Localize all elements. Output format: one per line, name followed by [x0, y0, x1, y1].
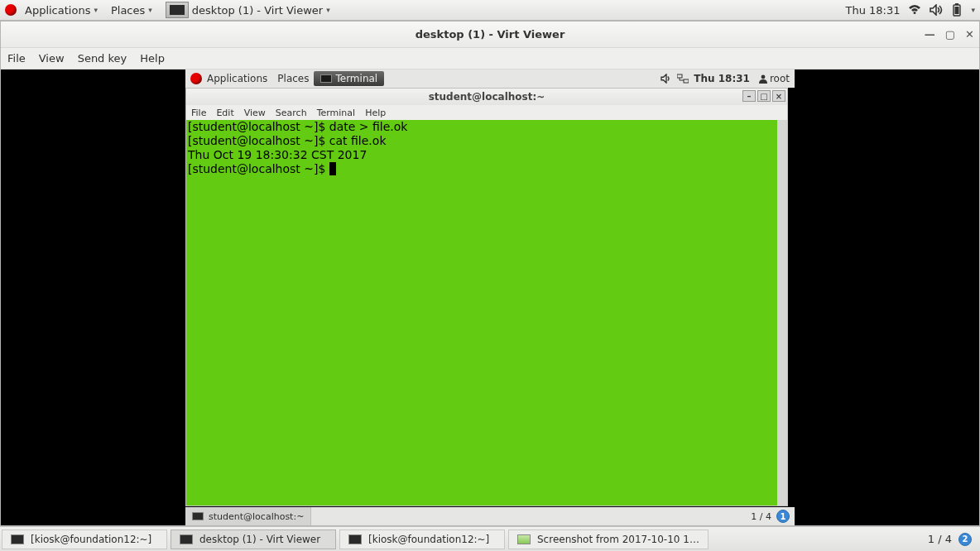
- terminal-menubar: File Edit View Search Terminal Help: [186, 105, 787, 120]
- term-menu-file[interactable]: File: [191, 108, 206, 118]
- taskbar-item[interactable]: Screenshot from 2017-10-10 1…: [508, 529, 709, 549]
- svg-rect-2: [955, 7, 959, 14]
- vm-user-label[interactable]: root: [768, 73, 790, 84]
- menu-help[interactable]: Help: [140, 52, 165, 65]
- window-icon: [180, 534, 193, 544]
- svg-rect-3: [677, 74, 682, 78]
- taskbar-label: Screenshot from 2017-10-10 1…: [537, 534, 699, 545]
- outer-bottom-panel: [kiosk@foundation12:~] desktop (1) - Vir…: [0, 526, 980, 551]
- menu-view[interactable]: View: [39, 52, 65, 65]
- outer-workspace-badge[interactable]: 2: [958, 533, 972, 546]
- vm-places-label: Places: [277, 73, 309, 84]
- svg-rect-1: [955, 3, 958, 5]
- vm-active-window-label: Terminal: [335, 73, 377, 84]
- term-line: [student@localhost ~]$ date > file.ok: [188, 120, 407, 133]
- taskbar-item[interactable]: [kiosk@foundation12:~]: [339, 529, 505, 549]
- terminal-icon: [11, 534, 24, 544]
- terminal-title: student@localhost:~: [429, 91, 545, 103]
- user-menu-chevron-icon[interactable]: ▾: [971, 6, 975, 14]
- taskbar-label: desktop (1) - Virt Viewer: [199, 534, 320, 545]
- term-menu-view[interactable]: View: [244, 108, 266, 118]
- term-menu-terminal[interactable]: Terminal: [317, 108, 356, 118]
- vm-pager-label: 1 / 4: [751, 511, 771, 522]
- term-menu-edit[interactable]: Edit: [216, 108, 233, 118]
- image-icon: [517, 534, 531, 544]
- svg-rect-4: [684, 79, 689, 83]
- term-line: Thu Oct 19 18:30:32 CST 2017: [188, 148, 367, 161]
- term-menu-search[interactable]: Search: [276, 108, 307, 118]
- vm-workspace-badge[interactable]: 1: [776, 510, 790, 523]
- battery-icon[interactable]: [951, 3, 963, 17]
- term-line: [student@localhost ~]$ cat file.ok: [188, 134, 386, 147]
- menu-sendkey[interactable]: Send key: [78, 52, 127, 65]
- distro-logo-icon: [190, 73, 202, 84]
- terminal-titlebar[interactable]: student@localhost:~ – □ ×: [186, 89, 787, 105]
- outer-top-panel: Applications▾ Places▾ desktop (1) - Virt…: [0, 0, 980, 21]
- terminal-output[interactable]: [student@localhost ~]$ date > file.ok [s…: [186, 120, 787, 505]
- svg-point-5: [761, 75, 766, 79]
- close-button[interactable]: ✕: [965, 28, 974, 41]
- virt-viewer-menubar: File View Send key Help: [1, 48, 979, 69]
- minimize-button[interactable]: –: [742, 90, 756, 102]
- chevron-down-icon: ▾: [94, 6, 98, 14]
- chevron-down-icon: ▾: [148, 6, 152, 14]
- user-icon: [758, 74, 768, 84]
- minimize-button[interactable]: —: [925, 28, 935, 41]
- outer-pager-label: 1 / 4: [928, 533, 952, 545]
- active-window-label: desktop (1) - Virt Viewer: [192, 4, 323, 17]
- taskbar-item[interactable]: desktop (1) - Virt Viewer: [171, 529, 336, 549]
- window-icon: [166, 2, 189, 18]
- term-line: [student@localhost ~]$: [188, 162, 329, 175]
- applications-menu[interactable]: Applications▾: [20, 2, 103, 18]
- menu-file[interactable]: File: [7, 52, 26, 65]
- vm-clock[interactable]: Thu 18:31: [694, 73, 750, 84]
- cursor-icon: [329, 162, 336, 175]
- volume-icon[interactable]: [661, 74, 672, 84]
- places-menu[interactable]: Places▾: [106, 2, 157, 18]
- terminal-icon: [348, 534, 362, 544]
- maximize-button[interactable]: ▢: [945, 28, 955, 41]
- volume-icon[interactable]: [930, 4, 943, 16]
- distro-logo-icon: [5, 4, 17, 16]
- clock[interactable]: Thu 18:31: [845, 4, 900, 17]
- virt-viewer-titlebar[interactable]: desktop (1) - Virt Viewer — ▢ ✕: [1, 22, 979, 48]
- virt-viewer-title: desktop (1) - Virt Viewer: [416, 28, 565, 41]
- taskbar-label: [kiosk@foundation12:~]: [368, 534, 489, 545]
- chevron-down-icon: ▾: [326, 6, 330, 14]
- outer-workspace-pager[interactable]: 1 / 4 2: [920, 533, 980, 546]
- vm-taskbar-label: student@localhost:~: [209, 511, 304, 522]
- close-button[interactable]: ×: [772, 90, 785, 102]
- taskbar-label: [kiosk@foundation12:~]: [31, 534, 151, 545]
- vm-places-menu[interactable]: Places: [272, 73, 314, 84]
- network-icon[interactable]: [677, 74, 689, 84]
- vm-top-panel: Applications Places Terminal Thu 18:31 r…: [185, 69, 795, 88]
- window-list-active[interactable]: desktop (1) - Virt Viewer▾: [161, 0, 335, 20]
- applications-label: Applications: [25, 4, 90, 17]
- vm-active-window-button[interactable]: Terminal: [314, 71, 384, 86]
- terminal-icon: [192, 512, 204, 520]
- vm-applications-label: Applications: [207, 73, 267, 84]
- places-label: Places: [111, 4, 145, 17]
- terminal-window: student@localhost:~ – □ × File Edit View…: [185, 88, 788, 506]
- virt-viewer-window: desktop (1) - Virt Viewer — ▢ ✕ File Vie…: [0, 21, 980, 526]
- taskbar-item[interactable]: [kiosk@foundation12:~]: [2, 529, 167, 549]
- maximize-button[interactable]: □: [757, 90, 771, 102]
- terminal-scrollbar[interactable]: [777, 120, 787, 505]
- virt-viewer-display[interactable]: Applications Places Terminal Thu 18:31 r…: [1, 69, 979, 525]
- wifi-icon[interactable]: [908, 4, 921, 16]
- vm-bottom-panel: student@localhost:~ 1 / 4 1: [185, 507, 795, 525]
- term-menu-help[interactable]: Help: [365, 108, 386, 118]
- vm-taskbar-item[interactable]: student@localhost:~: [185, 507, 311, 525]
- vm-workspace-pager[interactable]: 1 / 4 1: [746, 510, 795, 523]
- vm-applications-menu[interactable]: Applications: [202, 73, 272, 84]
- terminal-icon: [320, 74, 332, 83]
